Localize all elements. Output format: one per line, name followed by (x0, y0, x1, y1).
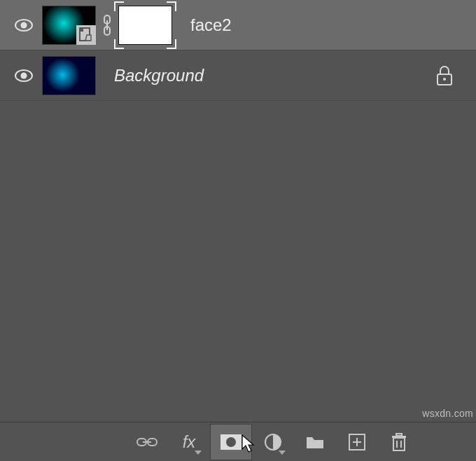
svg-rect-20 (393, 438, 405, 450)
link-layers-button[interactable] (126, 424, 168, 460)
adjustment-icon (264, 433, 282, 451)
svg-point-1 (21, 22, 27, 28)
lock-icon (435, 65, 454, 86)
delete-layer-button[interactable] (378, 424, 420, 460)
layers-list: face2 Background (0, 0, 476, 101)
link-icon (136, 435, 158, 449)
visibility-toggle[interactable] (6, 69, 42, 82)
layer-style-button[interactable]: fx (168, 424, 210, 460)
chevron-down-icon (195, 450, 202, 455)
mask-icon (220, 434, 241, 450)
adjustment-layer-button[interactable] (252, 424, 294, 460)
svg-point-8 (21, 72, 27, 78)
visibility-toggle[interactable] (6, 19, 42, 32)
svg-point-10 (443, 78, 446, 81)
watermark: wsxdn.com (422, 408, 473, 419)
link-icon (100, 15, 114, 36)
new-layer-button[interactable] (336, 424, 378, 460)
smart-object-icon (76, 25, 96, 45)
lock-indicator[interactable] (435, 65, 454, 86)
layer-panel-toolbar: fx (0, 422, 476, 461)
trash-icon (391, 432, 407, 452)
layer-row[interactable]: face2 (0, 0, 476, 50)
svg-rect-24 (396, 434, 402, 436)
eye-icon (15, 19, 33, 32)
eye-icon (15, 69, 33, 82)
new-group-button[interactable] (294, 424, 336, 460)
layer-thumbnail[interactable] (42, 6, 96, 45)
layer-row[interactable]: Background (0, 50, 476, 101)
folder-icon (305, 434, 325, 450)
layer-thumbnail[interactable] (42, 56, 96, 95)
fx-icon: fx (183, 432, 196, 452)
layer-name[interactable]: face2 (190, 15, 232, 35)
layer-name[interactable]: Background (114, 66, 204, 85)
layer-mask-thumbnail[interactable] (118, 6, 172, 45)
new-layer-icon (348, 433, 366, 451)
add-layer-mask-button[interactable] (210, 424, 252, 460)
svg-point-15 (226, 437, 236, 447)
chevron-down-icon (279, 450, 286, 455)
